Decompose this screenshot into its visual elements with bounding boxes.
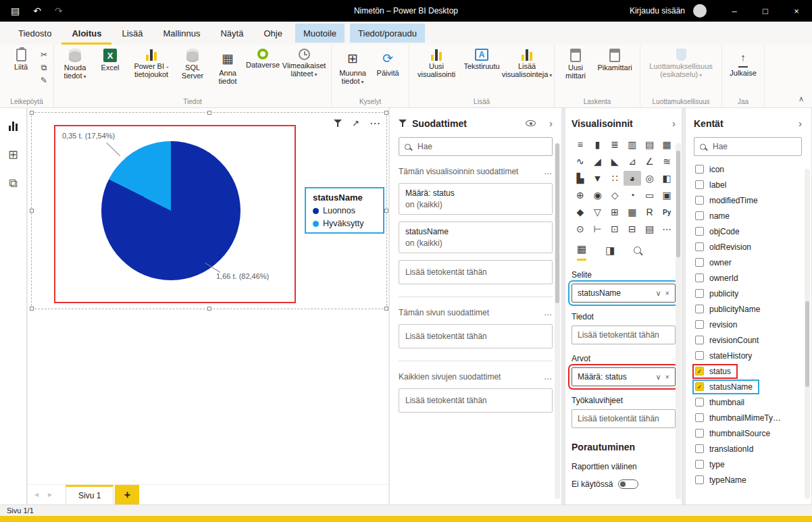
fields-scrollbar[interactable] xyxy=(805,169,810,499)
format-painter-icon[interactable]: ✎ xyxy=(41,76,47,85)
field-checkbox[interactable] xyxy=(695,273,704,282)
field-checkbox[interactable] xyxy=(695,351,704,360)
r-script-visual-icon[interactable]: R xyxy=(641,205,659,219)
ribbon-button-muunna-tiedot[interactable]: ⊞Muunna tiedot▾ xyxy=(335,47,370,88)
analytics-tab[interactable] xyxy=(634,243,641,261)
page-tab-sivu-1[interactable]: Sivu 1 xyxy=(66,485,113,504)
key-influencers-icon[interactable]: ⊙ xyxy=(572,221,589,236)
resize-handle[interactable] xyxy=(30,209,34,213)
save-icon[interactable]: ▤ xyxy=(11,5,20,16)
minimize-button[interactable]: – xyxy=(719,0,750,22)
field-checkbox[interactable] xyxy=(695,227,704,236)
multi-row-card-icon[interactable]: ▣ xyxy=(658,188,676,203)
filter-card-m-r-status[interactable]: Määrä: statuson (kaikki) xyxy=(399,183,553,215)
ribbon-tab-n-yt[interactable]: Näytä xyxy=(210,22,253,45)
cut-icon[interactable]: ✂ xyxy=(41,50,47,59)
python-visual-icon[interactable]: Py xyxy=(658,205,676,219)
avatar[interactable] xyxy=(693,4,707,18)
field-checkbox[interactable] xyxy=(695,165,704,174)
kpi-icon[interactable]: ◆ xyxy=(572,205,589,219)
stacked-area-chart-icon[interactable]: ◣ xyxy=(606,154,624,169)
maximize-button[interactable]: □ xyxy=(750,0,781,22)
filter-card-statusname[interactable]: statusNameon (kaikki) xyxy=(399,221,553,253)
more-options-icon[interactable]: … xyxy=(544,372,553,382)
visual-more-options-icon[interactable]: ⋯ xyxy=(370,117,381,130)
pie-chart-icon[interactable]: ◕ xyxy=(624,171,641,186)
cross-report-toggle[interactable] xyxy=(618,479,638,489)
q-and-a-icon[interactable]: ⊡ xyxy=(606,221,624,236)
resize-handle[interactable] xyxy=(384,209,388,213)
slicer-icon[interactable]: ▽ xyxy=(589,205,607,219)
focus-mode-icon[interactable]: ↗ xyxy=(352,118,359,128)
100-stacked-bar-chart-icon[interactable]: ▤ xyxy=(641,137,659,152)
report-view-icon[interactable] xyxy=(6,119,21,134)
map-icon[interactable]: ⊕ xyxy=(572,188,589,203)
close-button[interactable]: × xyxy=(781,0,812,22)
collapse-pane-icon[interactable]: › xyxy=(672,118,676,129)
fields-search-input[interactable] xyxy=(711,141,796,152)
field-checkbox[interactable] xyxy=(695,398,704,407)
field-checkbox[interactable]: ✓ xyxy=(695,367,704,375)
model-view-icon[interactable]: ⧉ xyxy=(6,176,21,190)
resize-handle[interactable] xyxy=(207,111,211,115)
ribbon-chart-icon[interactable]: ≋ xyxy=(658,154,676,169)
collapse-ribbon-icon[interactable]: ∧ xyxy=(798,95,804,103)
field-row-thumbnail[interactable]: thumbnail xyxy=(694,394,811,410)
ribbon-button-viimeaikaiset-l-hteet[interactable]: Viimeaikaiset lähteet▾ xyxy=(280,47,328,80)
ribbon-tab-tiedosto[interactable]: Tiedosto xyxy=(8,22,61,45)
field-row-typename[interactable]: typeName xyxy=(694,472,811,488)
ribbon-button-pikamittari[interactable]: Pikamittari xyxy=(593,47,636,74)
ribbon-button-excel[interactable]: XExcel xyxy=(93,47,128,74)
field-checkbox[interactable] xyxy=(695,258,704,267)
decomposition-tree-icon[interactable]: ⊢ xyxy=(589,221,607,236)
get-more-visuals-icon[interactable]: ⋯ xyxy=(658,221,676,236)
collapse-pane-icon[interactable]: › xyxy=(549,118,553,129)
details-field-well[interactable]: Lisää tietokentät tähän xyxy=(572,325,676,344)
data-view-icon[interactable]: ⊞ xyxy=(6,147,21,162)
chevron-down-icon[interactable]: ∨ xyxy=(656,289,661,298)
ribbon-button-uusi-mittari[interactable]: Uusi mittari xyxy=(558,47,593,82)
resize-handle[interactable] xyxy=(207,307,211,311)
field-checkbox[interactable] xyxy=(695,444,704,453)
donut-chart-icon[interactable]: ◎ xyxy=(641,171,659,186)
ribbon-button-p-ivit[interactable]: ⟳Päivitä xyxy=(370,47,405,79)
area-chart-icon[interactable]: ◢ xyxy=(589,154,607,169)
tooltips-field-well[interactable]: Lisää tietokentät tähän xyxy=(572,409,676,428)
pie-chart-visual[interactable]: ↗ ⋯ 0,35 t. (17,54%) 1,66 t. (82,46%) st… xyxy=(31,112,387,309)
stacked-bar-chart-icon[interactable]: ≡ xyxy=(572,137,589,152)
line-chart-icon[interactable]: ∿ xyxy=(572,154,589,169)
paginated-report-icon[interactable]: ▤ xyxy=(641,221,659,236)
filled-map-icon[interactable]: ◉ xyxy=(589,188,607,203)
ribbon-button-anna-tiedot[interactable]: ▦Anna tiedot xyxy=(210,47,245,88)
field-row-revisioncount[interactable]: revisionCount xyxy=(694,332,811,348)
visual-filter-icon[interactable] xyxy=(334,120,342,127)
ribbon-tab-tiedot-poraudu[interactable]: Tiedot/poraudu xyxy=(350,24,425,43)
redo-icon[interactable]: ↷ xyxy=(55,5,63,16)
line-and-clustered-column-chart-icon[interactable]: ∠ xyxy=(641,154,659,169)
table-icon[interactable]: ⊞ xyxy=(606,205,624,219)
line-and-stacked-column-chart-icon[interactable]: ⊿ xyxy=(624,154,641,169)
field-row-statehistory[interactable]: stateHistory xyxy=(694,348,811,363)
resize-handle[interactable] xyxy=(30,307,34,311)
resize-handle[interactable] xyxy=(384,307,388,311)
resize-handle[interactable] xyxy=(30,111,34,115)
field-checkbox[interactable] xyxy=(695,211,704,220)
copy-icon[interactable]: ⧉ xyxy=(41,63,47,72)
field-row-objcode[interactable]: objCode xyxy=(694,224,811,239)
more-options-icon[interactable]: … xyxy=(544,308,553,317)
ribbon-button-sql-server[interactable]: SQL Server xyxy=(175,47,210,82)
field-row-status[interactable]: ✓status xyxy=(694,363,811,379)
clustered-bar-chart-icon[interactable]: ≣ xyxy=(606,137,624,152)
legend-field-well[interactable]: statusName ∨ × xyxy=(572,284,676,303)
field-row-publicity[interactable]: publicity xyxy=(694,286,811,301)
100-stacked-column-chart-icon[interactable]: ▦ xyxy=(658,137,676,152)
add-data-fields-drop-area[interactable]: Lisää tietokentät tähän xyxy=(399,324,553,348)
ribbon-button-dataverse[interactable]: Dataverse xyxy=(245,47,280,71)
ribbon-button-uusi-visualisointi[interactable]: Uusi visualisointi xyxy=(413,47,460,81)
field-row-name[interactable]: name xyxy=(694,208,811,224)
field-row-owner[interactable]: owner xyxy=(694,255,811,270)
field-row-thumbnailmimety[interactable]: thumbnailMimeTy… xyxy=(694,410,811,425)
ribbon-tab-ohje[interactable]: Ohje xyxy=(253,22,292,45)
ribbon-tab-aloitus[interactable]: Aloitus xyxy=(61,22,111,45)
field-checkbox[interactable]: ✓ xyxy=(695,382,704,391)
